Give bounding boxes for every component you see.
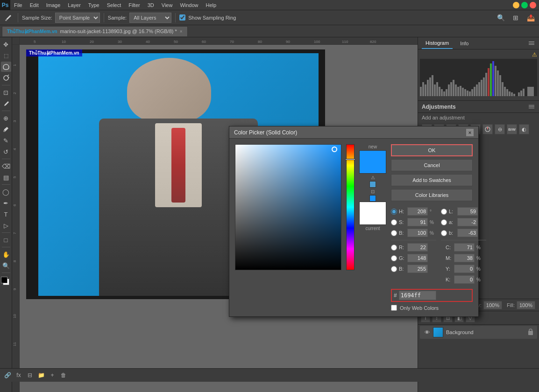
hue-value-input[interactable] — [407, 207, 428, 216]
color-balance-icon[interactable]: ⊖ — [495, 124, 505, 134]
menu-view[interactable]: View — [158, 0, 177, 10]
color-gradient-picker[interactable] — [235, 144, 341, 270]
close-button[interactable] — [530, 2, 536, 8]
menu-layer[interactable]: Layer — [64, 0, 85, 10]
type-tool[interactable]: T — [1, 209, 11, 219]
ok-button[interactable]: OK — [391, 144, 473, 156]
only-web-colors-checkbox[interactable] — [391, 305, 397, 311]
sample-select[interactable]: All Layers — [129, 13, 171, 23]
a-radio[interactable] — [441, 219, 447, 225]
bw-icon[interactable]: B/W — [507, 124, 517, 134]
dodge-tool[interactable]: ◯ — [1, 187, 11, 197]
menu-select[interactable]: Select — [103, 0, 125, 10]
move-tool[interactable]: ✥ — [1, 39, 11, 49]
brightness-radio[interactable] — [391, 230, 397, 236]
share-icon[interactable]: 📤 — [525, 12, 536, 23]
svg-rect-54 — [476, 84, 478, 96]
maximize-button[interactable] — [521, 2, 528, 8]
menu-file[interactable]: File — [10, 0, 26, 10]
healing-tool[interactable]: ⊕ — [1, 113, 11, 123]
L-radio[interactable] — [441, 209, 447, 215]
adj-opts-l2 — [529, 106, 534, 107]
lasso-tool[interactable] — [1, 62, 11, 72]
green-radio[interactable] — [391, 255, 397, 261]
adjustments-options-button[interactable] — [528, 103, 535, 111]
M-value-input[interactable] — [454, 254, 475, 262]
layer-background-row[interactable]: 👁 Background — [420, 326, 537, 339]
sample-size-select[interactable]: Point Sample — [55, 13, 100, 23]
tab-close-button[interactable]: × — [180, 29, 183, 34]
opacity-input[interactable] — [483, 301, 502, 309]
hand-tool[interactable]: ✋ — [1, 249, 11, 259]
layer-visibility-icon[interactable]: 👁 — [424, 329, 430, 336]
quick-select-tool[interactable] — [1, 73, 11, 83]
green-value-input[interactable] — [407, 254, 428, 262]
cancel-button[interactable]: Cancel — [391, 159, 473, 171]
hue-radio[interactable] — [391, 209, 397, 215]
crop-tool[interactable]: ⊡ — [1, 87, 11, 98]
hex-value-input[interactable] — [399, 291, 436, 300]
K-value-input[interactable] — [454, 275, 475, 284]
b-value-input[interactable] — [457, 229, 478, 237]
eyedropper-tool-icon[interactable] — [3, 12, 14, 23]
eyedropper-tool[interactable] — [1, 98, 11, 109]
menu-image[interactable]: Image — [43, 0, 64, 10]
web-safe-swatch[interactable] — [369, 195, 376, 202]
L-value-input[interactable] — [457, 207, 478, 216]
search-icon[interactable]: 🔍 — [495, 12, 506, 23]
color-correction-swatch[interactable] — [369, 181, 376, 188]
blue-value-input[interactable] — [407, 265, 428, 273]
dialog-close-button[interactable]: × — [466, 129, 474, 136]
red-value-input[interactable] — [407, 243, 428, 252]
foreground-color-swatch[interactable] — [1, 277, 7, 283]
color-swatches[interactable] — [1, 277, 11, 289]
saturation-radio[interactable] — [391, 219, 397, 225]
b-radio[interactable] — [441, 230, 447, 236]
blue-radio[interactable] — [391, 266, 397, 272]
fill-input[interactable] — [517, 301, 535, 309]
menu-help[interactable]: Help — [202, 0, 220, 10]
eraser-tool[interactable]: ⌫ — [1, 161, 11, 171]
a-value-input[interactable] — [457, 218, 478, 226]
Y-unit: % — [476, 266, 483, 272]
menu-3d[interactable]: 3D — [144, 0, 158, 10]
C-value-input[interactable] — [454, 243, 475, 252]
menu-window[interactable]: Window — [176, 0, 202, 10]
zoom-tool[interactable]: 🔍 — [1, 260, 11, 271]
brightness-value-input[interactable] — [407, 229, 428, 237]
photo-filter-icon[interactable]: ◐ — [519, 124, 529, 134]
current-color-swatch — [359, 202, 386, 225]
hue-slider[interactable] — [346, 144, 355, 270]
svg-text:4: 4 — [13, 148, 17, 150]
history-brush-tool[interactable]: ↺ — [1, 147, 11, 157]
menu-filter[interactable]: Filter — [125, 0, 143, 10]
svg-text:11: 11 — [13, 342, 17, 346]
add-to-swatches-button[interactable]: Add to Swatches — [391, 174, 473, 186]
hsl-icon[interactable] — [482, 124, 493, 134]
info-tab[interactable]: Info — [456, 38, 472, 49]
selection-tool[interactable]: ⬚ — [1, 50, 11, 61]
panel-options-button[interactable] — [528, 40, 535, 47]
gradient-tool[interactable]: ▤ — [1, 172, 11, 182]
path-select-tool[interactable]: ▷ — [1, 220, 11, 231]
brush-tool[interactable] — [1, 124, 11, 134]
Y-value-input[interactable] — [454, 265, 475, 273]
rulers-row: 5 10 20 30 40 50 60 70 80 90 100 110 820 — [12, 37, 418, 45]
menu-type[interactable]: Type — [85, 0, 103, 10]
blue-label: B: — [399, 266, 405, 272]
clone-stamp-tool[interactable]: ✎ — [1, 135, 11, 146]
shapes-tool[interactable]: □ — [1, 235, 11, 245]
color-libraries-button[interactable]: Color Libraries — [391, 189, 473, 201]
svg-text:820: 820 — [370, 40, 376, 44]
document-tab[interactable]: ThủThuậtPhanMem.vn marino-suit-jacket-11… — [2, 26, 188, 36]
minimize-button[interactable] — [513, 2, 519, 8]
color-picker-dialog[interactable]: Color Picker (Solid Color) × new ⚠ — [229, 126, 479, 317]
red-radio[interactable] — [391, 245, 397, 251]
svg-point-1 — [4, 76, 8, 80]
saturation-value-input[interactable] — [407, 218, 428, 226]
histogram-tab[interactable]: Histogram — [422, 38, 453, 49]
show-sampling-ring-checkbox[interactable] — [179, 14, 185, 21]
arrange-icon[interactable]: ⊞ — [510, 12, 521, 23]
menu-edit[interactable]: Edit — [26, 0, 43, 10]
pen-tool[interactable]: ✒ — [1, 198, 11, 208]
